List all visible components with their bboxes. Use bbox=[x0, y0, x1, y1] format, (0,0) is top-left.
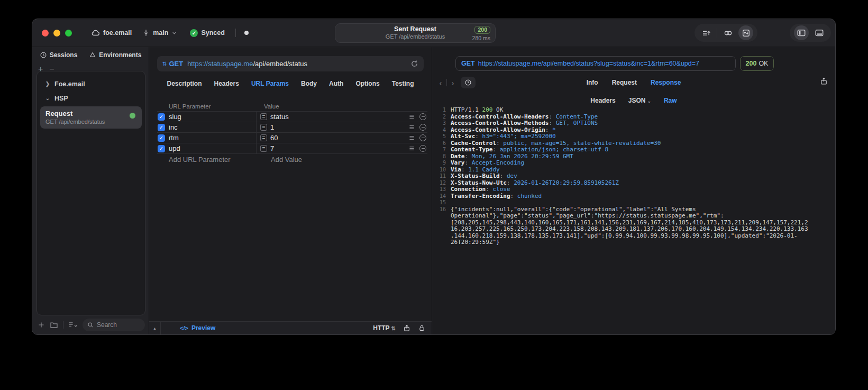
loop-icon bbox=[724, 29, 733, 38]
param-name-field[interactable]: upd bbox=[169, 143, 257, 153]
add-param-value-placeholder[interactable]: Add Value bbox=[271, 156, 302, 164]
add-param-name-placeholder[interactable]: Add URL Parameter bbox=[169, 156, 257, 164]
column-url-parameter: URL Parameter bbox=[169, 103, 253, 110]
row-drag-handle-icon[interactable] bbox=[408, 113, 415, 120]
lock-icon[interactable] bbox=[418, 324, 425, 332]
zoom-window-button[interactable] bbox=[65, 30, 72, 37]
chevron-down-icon: ⌄ bbox=[647, 98, 651, 104]
tab-response[interactable]: Response bbox=[651, 79, 681, 86]
toggle-bottom-panel-button[interactable] bbox=[812, 25, 827, 40]
refresh-icon[interactable] bbox=[410, 60, 418, 68]
param-name-field[interactable]: rtm bbox=[169, 133, 257, 143]
tab-auth[interactable]: Auth bbox=[329, 80, 343, 87]
branch-icon bbox=[142, 29, 150, 37]
equals-icon: = bbox=[260, 134, 267, 141]
branch-selector[interactable]: main bbox=[142, 29, 177, 37]
chevron-down-icon: ⌄ bbox=[45, 95, 50, 101]
tab-sessions[interactable]: Sessions bbox=[40, 51, 78, 59]
row-drag-handle-icon[interactable] bbox=[408, 145, 415, 152]
add-request-button[interactable] bbox=[38, 321, 45, 329]
tab-body[interactable]: Body bbox=[301, 80, 317, 87]
toolbar-group-panels bbox=[790, 24, 831, 42]
row-drag-handle-icon[interactable] bbox=[408, 124, 415, 131]
tab-testing[interactable]: Testing bbox=[392, 80, 414, 87]
tab-headers[interactable]: Headers bbox=[214, 80, 239, 87]
expand-panel-button[interactable]: ▲ bbox=[149, 322, 161, 334]
panel-bottom-icon bbox=[815, 28, 824, 38]
request-url-bar[interactable]: ⇅ GET https://statuspage.me/api/embed/st… bbox=[157, 56, 424, 71]
tab-options[interactable]: Options bbox=[355, 80, 379, 87]
synced-check-icon: ✓ bbox=[190, 29, 198, 37]
request-method[interactable]: GET bbox=[169, 60, 183, 68]
param-rows: ✓ slug = status ✓ inc = 1 ✓ rt bbox=[157, 112, 427, 154]
search-input[interactable] bbox=[97, 321, 140, 329]
subtab-raw[interactable]: Raw bbox=[664, 97, 677, 104]
request-footer-bar: ▲ </> Preview HTTP ⇅ bbox=[149, 321, 432, 334]
share-button[interactable] bbox=[820, 77, 828, 85]
import-list-button[interactable] bbox=[699, 25, 714, 40]
param-value-field[interactable]: 1 bbox=[270, 123, 408, 131]
line-number: 14 bbox=[432, 193, 446, 200]
response-status-text: OK bbox=[759, 60, 768, 67]
project-menu[interactable]: foe.email bbox=[91, 29, 132, 38]
request-item-subtitle: GET /api/embed/status bbox=[45, 119, 136, 125]
line-number: 15 bbox=[432, 199, 446, 206]
url-params-table: URL Parameter Value ✓ slug = status ✓ in… bbox=[157, 102, 427, 165]
minimize-window-button[interactable] bbox=[53, 30, 60, 37]
chevron-right-icon: ❯ bbox=[45, 81, 50, 87]
sync-status[interactable]: ✓ Synced bbox=[190, 29, 224, 37]
sessions-tree-panel: ❯ Foe.email ⌄ HSP Request GET /api/embed… bbox=[36, 71, 145, 315]
protocol-selector[interactable]: HTTP ⇅ bbox=[373, 324, 395, 332]
param-name-field[interactable]: inc bbox=[169, 122, 257, 132]
sync-requests-button[interactable] bbox=[738, 25, 753, 40]
preview-button[interactable]: </> Preview bbox=[180, 324, 215, 332]
code-line: 14Transfer-Encoding: chunked bbox=[432, 193, 833, 200]
tree-item-hsp[interactable]: ⌄ HSP bbox=[37, 91, 145, 105]
panel-left-icon bbox=[797, 28, 806, 38]
param-enabled-checkbox[interactable]: ✓ bbox=[158, 113, 165, 121]
row-remove-icon[interactable] bbox=[419, 134, 426, 141]
request-url-host: https://statuspage.me bbox=[187, 60, 253, 68]
toolbar-group-requests bbox=[695, 24, 757, 42]
param-value-field[interactable]: 60 bbox=[270, 134, 408, 142]
tab-request[interactable]: Request bbox=[612, 79, 637, 86]
tab-environments[interactable]: Environments bbox=[89, 51, 141, 59]
subtab-headers[interactable]: Headers bbox=[590, 97, 615, 104]
param-value-field[interactable]: 7 bbox=[270, 144, 408, 152]
sync-label: Synced bbox=[201, 29, 224, 37]
close-window-button[interactable] bbox=[42, 30, 49, 37]
protocol-label: HTTP bbox=[373, 324, 389, 332]
param-row: ✓ upd = 7 bbox=[157, 143, 427, 154]
status-badge: 200 bbox=[474, 26, 490, 34]
tab-description[interactable]: Description bbox=[167, 80, 202, 87]
tab-info[interactable]: Info bbox=[587, 79, 598, 86]
tree-item-label: Foe.email bbox=[54, 80, 85, 88]
sort-options-button[interactable] bbox=[68, 321, 78, 329]
tree-item-foe-email[interactable]: ❯ Foe.email bbox=[37, 77, 145, 91]
response-method: GET bbox=[461, 60, 475, 67]
request-list-item-selected[interactable]: Request GET /api/embed/status bbox=[40, 106, 142, 129]
tab-url-params[interactable]: URL Params bbox=[251, 80, 289, 87]
row-drag-handle-icon[interactable] bbox=[408, 134, 415, 141]
line-number: 8 bbox=[432, 153, 446, 160]
export-icon[interactable] bbox=[403, 324, 410, 332]
param-enabled-checkbox[interactable]: ✓ bbox=[158, 134, 165, 142]
sent-request-title: Sent Request bbox=[335, 25, 495, 33]
toggle-left-panel-button[interactable] bbox=[794, 25, 809, 40]
add-param-row[interactable]: Add URL Parameter Add Value bbox=[157, 154, 427, 165]
row-remove-icon[interactable] bbox=[419, 124, 426, 131]
param-value-field[interactable]: status bbox=[270, 113, 408, 121]
response-raw-view: 1HTTP/1.1 200 OK2Access-Control-Allow-He… bbox=[432, 107, 833, 334]
sidebar-search[interactable] bbox=[83, 319, 145, 331]
equals-icon: = bbox=[260, 113, 267, 120]
sent-request-pill[interactable]: Sent Request GET /api/embed/status 200 2… bbox=[335, 23, 496, 43]
param-enabled-checkbox[interactable]: ✓ bbox=[158, 145, 165, 152]
subtab-json[interactable]: JSON⌄ bbox=[628, 97, 651, 104]
new-folder-button[interactable] bbox=[50, 321, 58, 329]
row-remove-icon[interactable] bbox=[419, 145, 426, 152]
chevron-down-icon bbox=[171, 30, 177, 36]
link-loop-button[interactable] bbox=[720, 25, 735, 40]
param-name-field[interactable]: slug bbox=[169, 112, 257, 122]
param-enabled-checkbox[interactable]: ✓ bbox=[158, 124, 165, 131]
row-remove-icon[interactable] bbox=[419, 113, 426, 120]
